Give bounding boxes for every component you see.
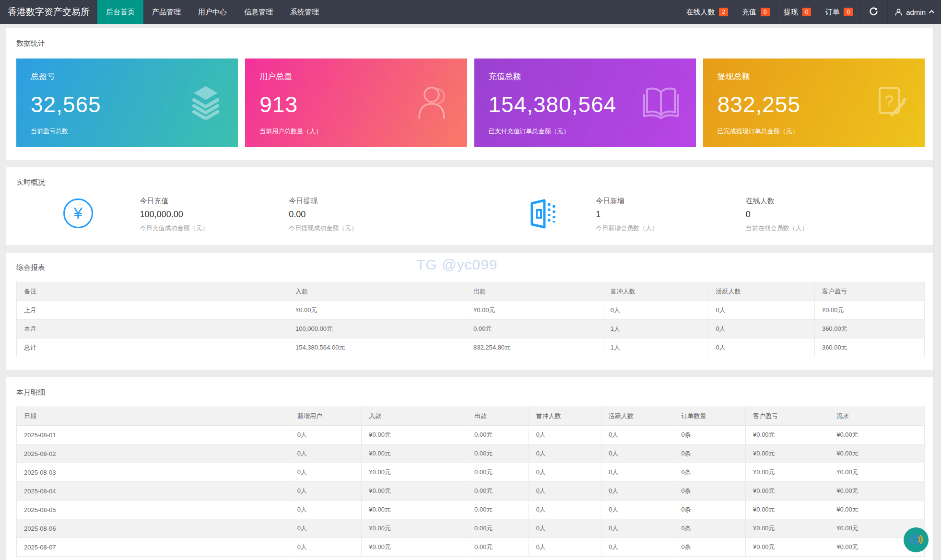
table-cell: 360.00元	[814, 338, 924, 357]
column-header: 流水	[829, 407, 925, 426]
table-cell: 0.00元	[467, 444, 529, 463]
column-header: 新增用户	[290, 407, 362, 426]
table-cell: ¥0.00元	[829, 482, 925, 501]
page-scrollbar[interactable]	[933, 24, 941, 560]
topbar: 香港数字资产交易所 后台首页 产品管理 用户中心 信息管理 系统管理 在线人数 …	[0, 0, 941, 24]
counter-recharge[interactable]: 充值 0	[735, 0, 776, 24]
column-header: 出款	[467, 407, 529, 426]
column-header: 订单数量	[674, 407, 746, 426]
table-cell: 0人	[290, 463, 362, 482]
user-menu[interactable]: admin	[887, 0, 941, 24]
table-cell: 0条	[674, 463, 746, 482]
stats-panel-title: 数据统计	[16, 39, 925, 48]
counter-withdraw[interactable]: 提现 0	[776, 0, 818, 24]
counter-withdraw-badge: 0	[802, 8, 812, 16]
table-cell: 2025-08-04	[17, 482, 290, 501]
table-cell: 0条	[674, 482, 746, 501]
table-cell: 0人	[290, 538, 362, 557]
counter-orders-badge: 0	[844, 8, 853, 16]
table-cell: 0人	[529, 426, 601, 444]
table-cell: 0.00元	[467, 501, 529, 519]
card-title: 总盈亏	[31, 71, 223, 82]
table-cell: 0.00元	[467, 538, 529, 557]
column-header: 客户盈亏	[814, 282, 924, 301]
card-title: 用户总量	[259, 71, 452, 82]
table-cell: 0人	[290, 482, 362, 501]
table-cell: 0.00元	[467, 426, 529, 444]
table-row: 2025-08-070人¥0.00元0.00元0人0人0条¥0.00元¥0.00…	[17, 538, 925, 557]
table-cell: 0条	[674, 538, 746, 557]
person-icon	[416, 84, 451, 122]
main-content: 数据统计 总盈亏 32,565 当前盈亏总数 用户总量 913	[0, 24, 941, 560]
realtime-panel-title: 实时概况	[16, 178, 925, 187]
nav-tab-info[interactable]: 信息管理	[235, 0, 282, 24]
card-caption: 当前盈亏总数	[31, 127, 223, 136]
main-nav: 后台首页 产品管理 用户中心 信息管理 系统管理	[97, 0, 328, 24]
table-cell: 0条	[674, 444, 746, 463]
table-cell: ¥0.00元	[362, 463, 467, 482]
table-row: 2025-08-030人¥0.00元0.00元0人0人0条¥0.00元¥0.00…	[17, 463, 925, 482]
card-title: 提现总额	[718, 71, 910, 82]
table-row: 2025-08-020人¥0.00元0.00元0人0人0条¥0.00元¥0.00…	[17, 444, 925, 463]
table-cell: 0人	[601, 444, 674, 463]
realtime-row: ¥ 今日充值 100,000.00 今日充值成功金额（元） 今日提现 0.00 …	[16, 197, 925, 233]
stat-value: 0.00	[289, 210, 489, 220]
summary-table: 备注入款出款首冲人数活跃人数客户盈亏上月¥0.00元¥0.00元0人0人¥0.0…	[16, 282, 925, 357]
table-cell: 0人	[529, 463, 601, 482]
table-cell: 总计	[17, 338, 288, 357]
counter-online[interactable]: 在线人数 2	[679, 0, 735, 24]
watermark-text: TG @yc099	[416, 257, 498, 273]
card-caption: 当前用户总数量（人）	[259, 127, 452, 136]
table-cell: 0人	[708, 320, 814, 338]
column-header: 备注	[17, 282, 288, 301]
stat-caption: 当前在线会员数（人）	[746, 224, 925, 233]
table-cell: 100,000.00元	[288, 320, 466, 338]
table-cell: 1人	[603, 338, 708, 357]
column-header: 入款	[362, 407, 467, 426]
table-cell: 0.00元	[467, 519, 529, 538]
nav-tab-products[interactable]: 产品管理	[143, 0, 189, 24]
table-cell: 2025-08-02	[17, 444, 290, 463]
column-header: 入款	[288, 282, 466, 301]
refresh-button[interactable]	[859, 0, 887, 24]
column-header: 出款	[466, 282, 603, 301]
table-cell: 0人	[290, 444, 362, 463]
table-cell: ¥0.00元	[829, 426, 925, 444]
sound-fab-button[interactable]	[904, 527, 929, 552]
table-cell: ¥0.00元	[362, 426, 467, 444]
column-header: 首冲人数	[529, 407, 601, 426]
stat-card-withdraw: 提现总额 832,255 已完成提现订单总金额（元） ?	[703, 58, 925, 147]
table-cell: 0人	[290, 501, 362, 519]
table-row: 上月¥0.00元¥0.00元0人0人¥0.00元	[17, 301, 925, 320]
user-icon	[894, 8, 903, 16]
table-cell: ¥0.00元	[362, 444, 467, 463]
card-title: 充值总额	[489, 71, 682, 82]
table-cell: 0.00元	[466, 320, 603, 338]
stat-cards: 总盈亏 32,565 当前盈亏总数 用户总量 913 当前用户总数量（人）	[16, 58, 925, 147]
table-cell: 0条	[674, 426, 746, 444]
topbar-right: 在线人数 2 充值 0 提现 0 订单 0	[679, 0, 941, 24]
table-cell: 0人	[601, 426, 674, 444]
table-cell: ¥0.00元	[746, 444, 829, 463]
layers-icon	[190, 85, 222, 121]
speaker-icon	[909, 532, 923, 548]
counter-orders-label: 订单	[825, 8, 839, 17]
brand-title: 香港数字资产交易所	[0, 0, 97, 24]
nav-tab-users[interactable]: 用户中心	[189, 0, 235, 24]
card-caption: 已完成提现订单总金额（元）	[718, 127, 910, 136]
column-header: 首冲人数	[603, 282, 708, 301]
table-cell: 0人	[708, 301, 814, 320]
table-cell: 2025-08-07	[17, 538, 290, 557]
counter-orders[interactable]: 订单 0	[818, 0, 859, 24]
stat-label: 在线人数	[746, 197, 925, 206]
chevron-up-icon	[929, 10, 934, 15]
table-cell: ¥0.00元	[362, 538, 467, 557]
table-cell: 0人	[601, 538, 674, 557]
nav-tab-system[interactable]: 系统管理	[282, 0, 328, 24]
stat-caption: 今日充值成功金额（元）	[140, 224, 289, 233]
nav-tab-home[interactable]: 后台首页	[97, 0, 143, 24]
table-cell: 154,380,564.00元	[288, 338, 466, 357]
realtime-stat-recharge-today: 今日充值 100,000.00 今日充值成功金额（元）	[140, 197, 289, 233]
document-question-icon: ?	[874, 85, 908, 121]
table-cell: ¥0.00元	[362, 482, 467, 501]
